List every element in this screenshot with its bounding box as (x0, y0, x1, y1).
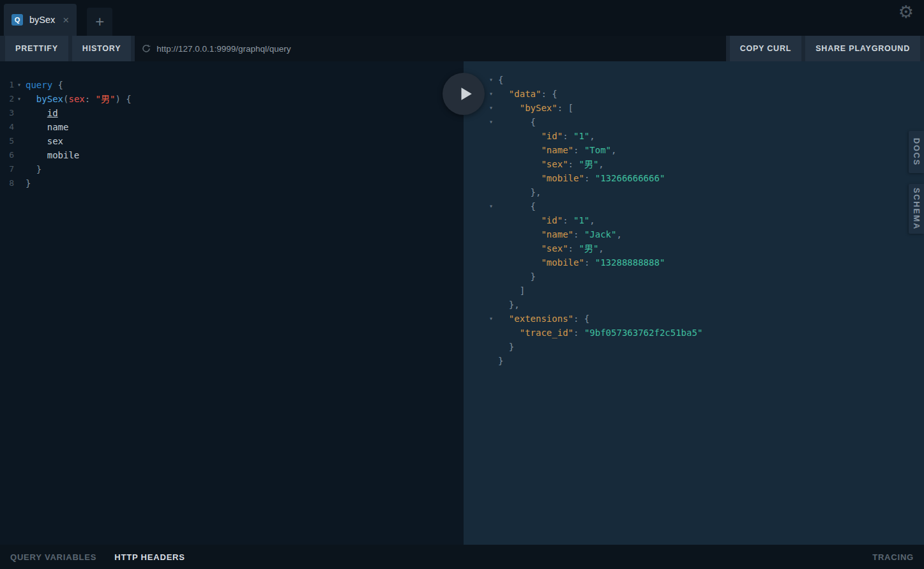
fold-gutter (484, 157, 498, 171)
code-text: { (498, 115, 536, 129)
copy-curl-button[interactable]: COPY CURL (730, 36, 802, 61)
code-line: "trace_id": "9bf057363762f2c51ba5" (484, 326, 924, 340)
query-editor[interactable]: 1▾query {2▾ bySex(sex: "男") {3 id4 name5… (0, 61, 464, 545)
code-line: } (484, 269, 924, 284)
code-text: name (24, 120, 68, 134)
code-line: } (484, 354, 924, 368)
code-line: }, (484, 185, 924, 199)
code-line: "id": "1", (484, 129, 924, 143)
query-variables-tab[interactable]: QUERY VARIABLES (10, 552, 96, 562)
code-line: 1▾query { (0, 78, 464, 92)
editor-split-pane: 1▾query {2▾ bySex(sex: "男") {3 id4 name5… (0, 61, 924, 545)
query-type-badge-icon: Q (11, 14, 23, 26)
code-line: ▾ { (484, 115, 924, 129)
fold-gutter (484, 354, 498, 368)
code-line: "id": "1", (484, 213, 924, 227)
tracing-tab[interactable]: TRACING (872, 552, 914, 562)
fold-gutter (484, 129, 498, 143)
reload-icon (142, 44, 151, 53)
code-line: "name": "Tom", (484, 143, 924, 157)
fold-gutter (14, 120, 24, 134)
share-playground-button[interactable]: SHARE PLAYGROUND (805, 36, 920, 61)
code-text: query { (24, 78, 63, 92)
code-line: 5 sex (0, 134, 464, 148)
line-number: 8 (0, 176, 14, 190)
schema-tab[interactable]: SCHEMA (909, 184, 924, 234)
code-text: "sex": "男", (498, 157, 604, 171)
code-text: sex (24, 134, 63, 148)
code-line: 2▾ bySex(sex: "男") { (0, 92, 464, 106)
code-text: "data": { (498, 87, 557, 101)
code-text: id (24, 106, 58, 120)
code-line: ▾ { (484, 199, 924, 213)
code-line: "mobile": "13288888888" (484, 255, 924, 269)
fold-gutter (14, 176, 24, 190)
add-tab-button[interactable]: + (87, 8, 112, 36)
fold-gutter (484, 241, 498, 255)
close-tab-icon[interactable]: × (63, 15, 69, 26)
history-button[interactable]: HISTORY (72, 36, 131, 61)
fold-gutter (484, 171, 498, 185)
code-text: "sex": "男", (498, 241, 604, 255)
fold-gutter (484, 326, 498, 340)
fold-gutter (14, 162, 24, 176)
fold-arrow-icon[interactable]: ▾ (484, 115, 498, 129)
endpoint-url-input[interactable] (135, 36, 725, 61)
fold-gutter (484, 185, 498, 199)
code-line: 4 name (0, 120, 464, 134)
line-number: 3 (0, 106, 14, 120)
code-text: { (498, 199, 536, 213)
code-line: ▾ "bySex": [ (484, 101, 924, 115)
docs-tab[interactable]: DOCS (909, 131, 924, 173)
fold-arrow-icon[interactable]: ▾ (484, 73, 498, 87)
code-line: "name": "Jack", (484, 227, 924, 241)
line-number: 5 (0, 134, 14, 148)
code-line: 3 id (0, 106, 464, 120)
fold-gutter (14, 148, 24, 162)
fold-arrow-icon[interactable]: ▾ (484, 101, 498, 115)
prettify-button[interactable]: PRETTIFY (5, 36, 68, 61)
fold-gutter (14, 106, 24, 120)
line-number: 2 (0, 92, 14, 106)
line-number: 7 (0, 162, 14, 176)
code-text: }, (498, 298, 520, 312)
code-line: ▾{ (484, 73, 924, 87)
fold-arrow-icon[interactable]: ▾ (14, 92, 24, 106)
fold-arrow-icon[interactable]: ▾ (484, 199, 498, 213)
fold-gutter (14, 134, 24, 148)
code-line: "mobile": "13266666666" (484, 171, 924, 185)
fold-gutter (484, 227, 498, 241)
tab-title: bySex (29, 15, 55, 25)
http-headers-tab[interactable]: HTTP HEADERS (114, 552, 185, 562)
fold-gutter (484, 298, 498, 312)
fold-arrow-icon[interactable]: ▾ (484, 87, 498, 101)
fold-arrow-icon[interactable]: ▾ (14, 78, 24, 92)
line-number: 4 (0, 120, 14, 134)
fold-arrow-icon[interactable]: ▾ (484, 312, 498, 326)
fold-gutter (484, 340, 498, 354)
code-line: ▾ "extensions": { (484, 312, 924, 326)
code-text: "mobile": "13266666666" (498, 171, 665, 185)
fold-gutter (484, 255, 498, 269)
endpoint-url-bar (135, 36, 725, 61)
response-viewer: ▾{▾ "data": {▾ "bySex": [▾ { "id": "1", … (464, 61, 924, 545)
settings-gear-icon[interactable]: ⚙ (898, 4, 914, 21)
execute-query-button[interactable] (443, 73, 485, 115)
code-text: mobile (24, 148, 79, 162)
code-line: 7 } (0, 162, 464, 176)
code-text: ] (498, 284, 525, 298)
code-text: "bySex": [ (498, 101, 573, 115)
line-number: 6 (0, 148, 14, 162)
tab-bysex[interactable]: Q bySex × (4, 4, 77, 36)
code-text: bySex(sex: "男") { (24, 92, 132, 106)
play-icon (457, 86, 474, 102)
code-line: ] (484, 284, 924, 298)
code-line: "sex": "男", (484, 241, 924, 255)
code-text: } (498, 269, 536, 284)
code-text: "extensions": { (498, 312, 589, 326)
code-text: "name": "Tom", (498, 143, 616, 157)
code-text: "trace_id": "9bf057363762f2c51ba5" (498, 326, 702, 340)
code-line: } (484, 340, 924, 354)
fold-gutter (484, 143, 498, 157)
code-text: } (498, 340, 514, 354)
